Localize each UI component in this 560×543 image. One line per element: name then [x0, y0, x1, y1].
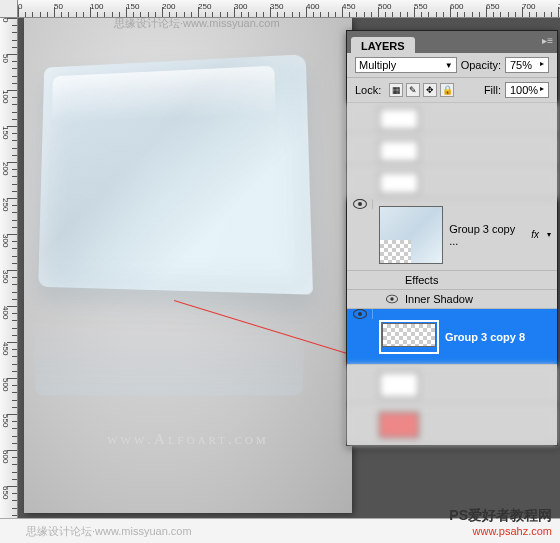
ruler-vertical[interactable]: 0501001502002503003504004505005506006507…: [0, 18, 18, 518]
effects-header[interactable]: Effects: [347, 271, 557, 290]
layer-list[interactable]: Group 3 copy ... fx ▾ Effects Inner Shad…: [347, 103, 557, 445]
ruler-corner: [0, 0, 18, 18]
lock-buttons: ▦ ✎ ✥ 🔒: [389, 83, 454, 97]
layer-name[interactable]: Group 3 copy ...: [449, 223, 525, 247]
layer-row-selected[interactable]: Group 3 copy 8: [347, 309, 557, 365]
opacity-label: Opacity:: [461, 59, 501, 71]
fill-value: 100%: [510, 84, 538, 96]
effect-name: Inner Shadow: [405, 293, 473, 305]
eye-icon[interactable]: [386, 295, 398, 304]
layer-row-group3copy[interactable]: Group 3 copy ... fx ▾: [347, 199, 557, 271]
credit-bottom-left: 思缘设计论坛·www.missyuan.com: [26, 524, 192, 539]
visibility-toggle[interactable]: [347, 309, 373, 319]
artboard[interactable]: 思缘设计论坛·www.missyuan.com www.Alfoart.com: [24, 18, 352, 513]
layers-tab[interactable]: LAYERS: [351, 37, 415, 53]
eye-icon: [353, 199, 367, 209]
eye-icon: [353, 309, 367, 319]
layer-row-blurred[interactable]: [347, 167, 557, 199]
fx-toggle-icon[interactable]: ▾: [547, 230, 551, 239]
blend-opacity-row: Multiply ▼ Opacity: 75% ▸: [347, 53, 557, 78]
brand-text: PS爱好者教程网: [449, 507, 552, 523]
effects-label: Effects: [405, 274, 438, 286]
dropdown-icon: ▼: [445, 61, 453, 70]
watermark-url: www.Alfoart.com: [24, 431, 352, 448]
brand-site: www.psahz.com: [449, 525, 552, 537]
layer-name[interactable]: Group 3 copy 8: [445, 331, 525, 343]
layer-thumbnail[interactable]: [379, 206, 443, 264]
ice-reflection: [32, 300, 306, 396]
watermark-top: 思缘设计论坛·www.missyuan.com: [114, 18, 280, 31]
layer-row-blurred[interactable]: [347, 103, 557, 135]
blend-mode-value: Multiply: [359, 59, 396, 71]
opacity-value: 75%: [510, 59, 532, 71]
fx-badge[interactable]: fx: [531, 229, 541, 240]
thumbnail-selection: [379, 320, 439, 354]
panel-menu-icon[interactable]: ▸≡: [542, 35, 553, 46]
layer-row-blurred[interactable]: [347, 365, 557, 405]
layer-row-blurred[interactable]: [347, 405, 557, 445]
effect-inner-shadow[interactable]: Inner Shadow: [347, 290, 557, 309]
ruler-horizontal[interactable]: 0501001502002503003504004505005506006507…: [18, 0, 560, 18]
credit-brand: PS爱好者教程网 www.psahz.com: [449, 507, 552, 537]
opacity-field[interactable]: 75% ▸: [505, 57, 549, 73]
fill-label: Fill:: [484, 84, 501, 96]
lock-pixels-icon[interactable]: ✎: [406, 83, 420, 97]
lock-transparency-icon[interactable]: ▦: [389, 83, 403, 97]
lock-fill-row: Lock: ▦ ✎ ✥ 🔒 Fill: 100% ▸: [347, 78, 557, 103]
layer-row-blurred[interactable]: [347, 135, 557, 167]
visibility-toggle[interactable]: [347, 199, 373, 209]
layer-thumbnail[interactable]: [382, 323, 436, 347]
panel-tab-bar: LAYERS ▸≡: [347, 31, 557, 53]
layers-panel[interactable]: LAYERS ▸≡ Multiply ▼ Opacity: 75% ▸ Lock…: [346, 30, 558, 446]
fill-field[interactable]: 100% ▸: [505, 82, 549, 98]
chevron-right-icon: ▸: [540, 84, 544, 96]
chevron-right-icon: ▸: [540, 59, 544, 71]
blend-mode-select[interactable]: Multiply ▼: [355, 57, 457, 73]
lock-position-icon[interactable]: ✥: [423, 83, 437, 97]
lock-label: Lock:: [355, 84, 381, 96]
ice-cube-artwork: [38, 54, 313, 294]
lock-all-icon[interactable]: 🔒: [440, 83, 454, 97]
